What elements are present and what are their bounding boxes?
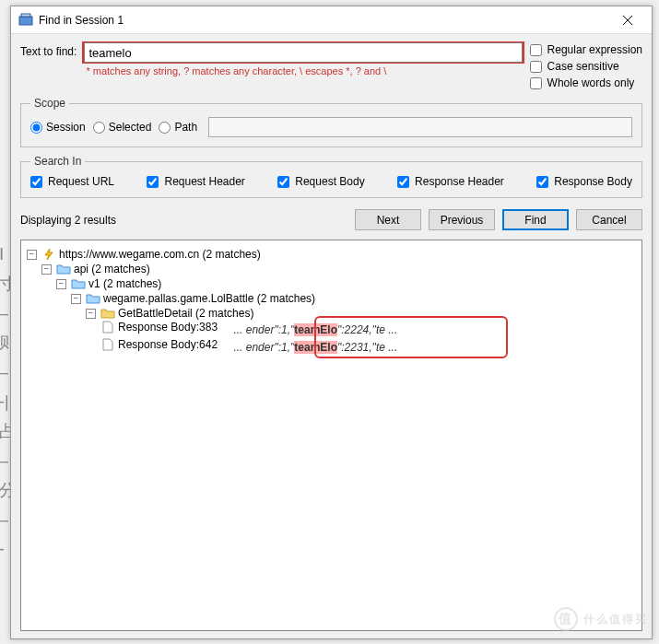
regex-checkbox[interactable]: Regular expression <box>530 43 642 56</box>
snippet-pre: ... ender":1," <box>233 341 294 354</box>
tree-label-root: https://www.wegame.com.cn (2 matches) <box>59 248 261 261</box>
dialog-content: Text to find: * matches any string, ? ma… <box>11 34 652 638</box>
tree-label-detail: GetBattleDetail (2 matches) <box>118 307 253 320</box>
snippet-highlight: teamElo <box>294 341 337 354</box>
tree-result-1-snippet: ... ender":1,"teamElo":2224,"te ... <box>233 323 397 336</box>
app-icon <box>18 13 33 28</box>
reqbody-label: Request Body <box>295 175 364 188</box>
results-count: Displaying 2 results <box>20 214 116 227</box>
close-icon <box>623 16 632 25</box>
cancel-button[interactable]: Cancel <box>576 209 642 230</box>
close-button[interactable] <box>607 6 648 34</box>
folder-icon <box>100 307 115 320</box>
requrl-checkbox[interactable]: Request URL <box>30 175 114 188</box>
scope-session-radio[interactable]: Session <box>30 121 86 134</box>
resbody-checkbox[interactable]: Response Body <box>536 175 632 188</box>
tree-node-detail[interactable]: −GetBattleDetail (2 matches) Response Bo… <box>86 305 638 356</box>
find-hint: * matches any string, ? matches any char… <box>82 65 524 76</box>
scope-selected-radio[interactable]: Selected <box>93 121 152 134</box>
snippet-pre: ... ender":1," <box>233 323 294 336</box>
find-options: Regular expression Case sensitive Whole … <box>530 41 642 89</box>
file-icon <box>100 338 115 351</box>
searchin-fieldset: Search In Request URL Request Header Req… <box>20 155 642 198</box>
scope-session-label: Session <box>46 121 86 134</box>
tree-node-battle[interactable]: −wegame.pallas.game.LolBattle (2 matches… <box>71 290 638 357</box>
tree-label-v1: v1 (2 matches) <box>88 277 161 290</box>
searchin-legend: Search In <box>30 155 85 168</box>
titlebar: Find in Session 1 <box>11 6 652 34</box>
find-button[interactable]: Find <box>502 209 569 230</box>
scope-legend: Scope <box>30 97 69 110</box>
regex-label: Regular expression <box>547 43 642 56</box>
tree-result-1-label: Response Body:383 <box>118 321 218 334</box>
reqbody-checkbox[interactable]: Request Body <box>277 175 364 188</box>
folder-open-icon <box>71 277 86 290</box>
snippet-post: ":2231,"te ... <box>337 341 397 354</box>
scope-selected-label: Selected <box>109 121 152 134</box>
svg-rect-1 <box>21 14 30 17</box>
tree-result-2[interactable]: Response Body:642 ... ender":1,"teamElo"… <box>100 337 638 355</box>
find-dialog: Find in Session 1 Text to find: * matche… <box>10 6 653 639</box>
window-title: Find in Session 1 <box>39 14 607 27</box>
tree-node-v1[interactable]: −v1 (2 matches) −wegame.pallas.game.LolB… <box>56 275 638 357</box>
scope-path-radio[interactable]: Path <box>159 121 197 134</box>
scope-path-label: Path <box>174 121 197 134</box>
file-icon <box>100 321 115 334</box>
next-button[interactable]: Next <box>355 209 421 230</box>
collapse-icon[interactable]: − <box>56 279 66 289</box>
svg-rect-0 <box>19 17 32 25</box>
snippet-post: ":2224,"te ... <box>337 323 397 336</box>
tree-result-1[interactable]: Response Body:383 ... ender":1,"teamElo"… <box>100 320 638 337</box>
whole-label: Whole words only <box>547 76 635 89</box>
case-checkbox[interactable]: Case sensitive <box>530 60 642 73</box>
collapse-icon[interactable]: − <box>86 309 96 319</box>
reqheader-checkbox[interactable]: Request Header <box>147 175 244 188</box>
bolt-icon <box>41 248 56 261</box>
tree-result-2-snippet: ... ender":1,"teamElo":2231,"te ... <box>233 341 397 354</box>
collapse-icon[interactable]: − <box>27 250 37 260</box>
case-label: Case sensitive <box>547 60 619 73</box>
tree-node-api[interactable]: −api (2 matches) −v1 (2 matches) −wegame… <box>41 261 638 358</box>
results-tree: −https://www.wegame.com.cn (2 matches) −… <box>25 246 638 359</box>
whole-checkbox[interactable]: Whole words only <box>530 76 642 89</box>
results-bar: Displaying 2 results Next Previous Find … <box>20 209 642 230</box>
folder-open-icon <box>56 263 71 275</box>
tree-label-api: api (2 matches) <box>74 263 150 275</box>
tree-label-battle: wegame.pallas.game.LolBattle (2 matches) <box>103 292 315 305</box>
svg-marker-4 <box>45 249 53 260</box>
snippet-highlight: teamElo <box>294 323 337 336</box>
find-label: Text to find: <box>20 41 76 58</box>
scope-fieldset: Scope Session Selected Path <box>20 97 642 147</box>
reqheader-label: Request Header <box>164 175 244 188</box>
resbody-label: Response Body <box>554 175 632 188</box>
resheader-label: Response Header <box>415 175 504 188</box>
folder-open-icon <box>86 292 100 305</box>
find-input-highlight <box>82 41 524 64</box>
resheader-checkbox[interactable]: Response Header <box>397 175 504 188</box>
collapse-icon[interactable]: − <box>71 294 81 304</box>
requrl-label: Request URL <box>48 175 114 188</box>
previous-button[interactable]: Previous <box>429 209 495 230</box>
find-input[interactable] <box>84 42 522 63</box>
tree-result-2-label: Response Body:642 <box>118 338 218 351</box>
tree-node-root[interactable]: −https://www.wegame.com.cn (2 matches) −… <box>27 246 638 359</box>
collapse-icon[interactable]: − <box>41 264 52 275</box>
find-row: Text to find: * matches any string, ? ma… <box>20 41 642 89</box>
results-tree-panel: −https://www.wegame.com.cn (2 matches) −… <box>20 240 642 631</box>
scope-path-input[interactable] <box>208 117 632 137</box>
